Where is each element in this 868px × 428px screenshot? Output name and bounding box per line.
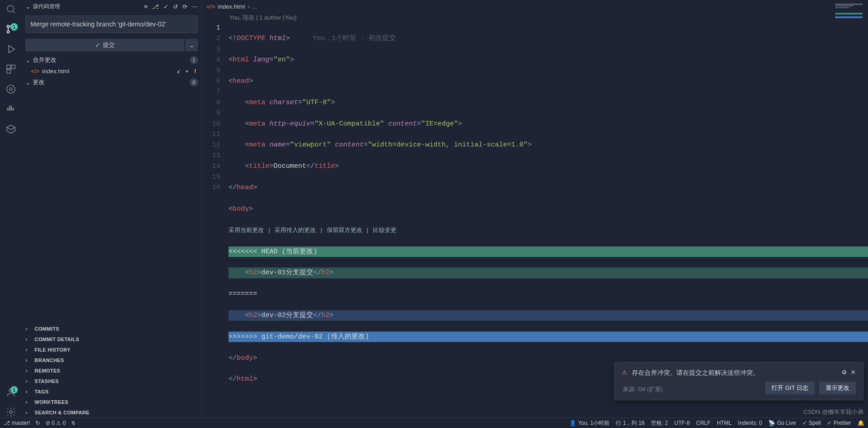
changes-section[interactable]: ⌄ 更改 0 bbox=[22, 76, 202, 88]
panel-stashes[interactable]: ›STASHES bbox=[22, 376, 202, 386]
panel-file-history[interactable]: ›FILE HISTORY bbox=[22, 344, 202, 355]
svg-line-1 bbox=[13, 11, 15, 14]
count-badge: 0 bbox=[190, 78, 198, 86]
section-label: 更改 bbox=[33, 78, 190, 86]
editor-area: </> index.html › ... You, 现在 | 1 author … bbox=[202, 0, 868, 418]
view-tree-icon[interactable]: ≡ bbox=[144, 3, 147, 10]
docker-icon[interactable] bbox=[5, 104, 16, 115]
crumb-more: ... bbox=[252, 3, 257, 10]
svg-rect-8 bbox=[7, 70, 10, 73]
toast-message: 存在合并冲突。请在提交之前解决这些冲突。 bbox=[632, 369, 837, 377]
gitlens-icon[interactable] bbox=[5, 84, 16, 95]
search-icon[interactable] bbox=[5, 4, 16, 15]
open-file-icon[interactable]: ⭹ bbox=[176, 68, 182, 75]
panel-list: ›COMMITS ›COMMIT DETAILS ›FILE HISTORY ›… bbox=[22, 323, 202, 418]
chevron-down-icon[interactable]: ⌄ bbox=[25, 3, 33, 10]
status-blame[interactable]: 👤 You, 1小时前 bbox=[569, 419, 610, 427]
svg-rect-11 bbox=[7, 108, 9, 110]
count-badge: 1 bbox=[190, 56, 198, 64]
status-spell[interactable]: ✓ Spell bbox=[802, 420, 821, 426]
html-file-icon: </> bbox=[31, 68, 40, 75]
svg-rect-19 bbox=[835, 7, 849, 8]
section-label: 合并更改 bbox=[33, 56, 190, 64]
warning-icon: ⚠ bbox=[622, 369, 627, 376]
chevron-down-icon: ⌄ bbox=[25, 57, 33, 64]
svg-rect-6 bbox=[7, 65, 10, 69]
panel-commits[interactable]: ›COMMITS bbox=[22, 323, 202, 334]
commit-message-input[interactable]: Merge remote-tracking branch 'git-demo/d… bbox=[25, 15, 198, 33]
status-port[interactable]: ↯ bbox=[71, 420, 76, 426]
line-gutter: 12345678910111213141516 bbox=[202, 23, 228, 418]
panel-search-compare[interactable]: ›SEARCH & COMPARE bbox=[22, 407, 202, 418]
svg-rect-17 bbox=[835, 4, 863, 5]
account-badge: 1 bbox=[10, 386, 18, 393]
status-prettier[interactable]: ✓ Prettier bbox=[827, 420, 851, 426]
file-name: index.html bbox=[42, 68, 173, 75]
svg-point-16 bbox=[10, 411, 12, 413]
svg-rect-20 bbox=[835, 13, 863, 15]
inline-blame: You，1小时前 · 初次提交 bbox=[313, 35, 396, 42]
show-changes-button[interactable]: 显示更改 bbox=[819, 382, 856, 394]
svg-marker-5 bbox=[9, 45, 15, 53]
status-encoding[interactable]: UTF-8 bbox=[675, 420, 690, 426]
merge-changes-section[interactable]: ⌄ 合并更改 1 bbox=[22, 54, 202, 66]
stage-icon[interactable]: + bbox=[185, 68, 189, 75]
code-editor[interactable]: 12345678910111213141516 <!DOCTYPE html>Y… bbox=[202, 23, 868, 418]
code-content[interactable]: <!DOCTYPE html>You，1小时前 · 初次提交 <html lan… bbox=[228, 23, 868, 418]
status-bell-icon[interactable]: 🔔 bbox=[858, 420, 864, 426]
svg-rect-12 bbox=[10, 108, 11, 110]
checkmark-icon[interactable]: ✓ bbox=[163, 3, 168, 10]
conflict-incoming-marker: >>>>>>> git-demo/dev-02 (传入的更改) bbox=[228, 332, 868, 342]
commit-dropdown[interactable]: ⌄ bbox=[185, 39, 198, 51]
history-icon[interactable]: ⟳ bbox=[183, 3, 188, 10]
status-eol[interactable]: CRLF bbox=[696, 420, 711, 426]
conflict-status-icon: ! bbox=[194, 68, 196, 75]
svg-point-3 bbox=[7, 31, 10, 33]
conflict-separator: ======= bbox=[228, 289, 868, 299]
statusbar: ⎇ master! ↻ ⊘ 0 ⚠ 0 ↯ 👤 You, 1小时前 行 1，列 … bbox=[0, 418, 868, 428]
activity-bar: 1 1 bbox=[0, 0, 22, 418]
package-icon[interactable] bbox=[5, 124, 16, 135]
watermark: CSDN @懒羊羊我小弟 bbox=[803, 408, 863, 416]
close-icon[interactable]: ✕ bbox=[851, 369, 856, 376]
account-icon[interactable]: 1 bbox=[5, 387, 16, 398]
status-indents[interactable]: Indents: 0 bbox=[738, 420, 762, 426]
status-problems[interactable]: ⊘ 0 ⚠ 0 bbox=[46, 420, 66, 426]
notification-toast: ⚠ 存在合并冲突。请在提交之前解决这些冲突。 ⚙ ✕ 来源: Git (扩展) … bbox=[614, 362, 863, 400]
sidebar: ⌄ 源代码管理 ≡ ⎇ ✓ ↺ ⟳ ⋯ Merge remote-trackin… bbox=[22, 0, 202, 418]
settings-gear-icon[interactable] bbox=[5, 407, 16, 418]
status-sync[interactable]: ↻ bbox=[36, 420, 40, 426]
conflict-codelens[interactable]: 采用当前更改 | 采用传入的更改 | 保留双方更改 | 比较变更 bbox=[228, 225, 868, 236]
more-icon[interactable]: ⋯ bbox=[192, 3, 198, 10]
status-golive[interactable]: 📡 Go Live bbox=[768, 420, 796, 426]
panel-worktrees[interactable]: ›WORKTREES bbox=[22, 397, 202, 407]
commit-button-label: 提交 bbox=[103, 41, 115, 49]
file-row[interactable]: </> index.html ⭹ + ! bbox=[22, 66, 202, 76]
gear-icon[interactable]: ⚙ bbox=[842, 369, 847, 376]
svg-rect-14 bbox=[10, 106, 11, 108]
status-spaces[interactable]: 空格: 2 bbox=[651, 419, 668, 427]
extensions-icon[interactable] bbox=[5, 64, 16, 75]
debug-icon[interactable] bbox=[5, 44, 16, 55]
breadcrumb[interactable]: </> index.html › ... bbox=[202, 0, 868, 13]
source-control-icon[interactable]: 1 bbox=[5, 24, 16, 35]
svg-point-2 bbox=[7, 25, 10, 28]
svg-point-9 bbox=[7, 85, 15, 93]
panel-remotes[interactable]: ›REMOTES bbox=[22, 365, 202, 376]
panel-commit-details[interactable]: ›COMMIT DETAILS bbox=[22, 334, 202, 344]
gitlens-author-line: You, 现在 | 1 author (You) bbox=[202, 13, 868, 23]
chevron-down-icon: ⌄ bbox=[25, 79, 33, 86]
refresh-icon[interactable]: ↺ bbox=[173, 3, 178, 10]
scm-badge: 1 bbox=[10, 23, 18, 30]
status-language[interactable]: HTML bbox=[717, 420, 732, 426]
branch-icon[interactable]: ⎇ bbox=[152, 3, 159, 10]
panel-tags[interactable]: ›TAGS bbox=[22, 386, 202, 397]
panel-branches[interactable]: ›BRANCHES bbox=[22, 355, 202, 365]
open-git-log-button[interactable]: 打开 GIT 日志 bbox=[765, 382, 815, 394]
status-branch[interactable]: ⎇ master! bbox=[4, 420, 30, 426]
status-cursor[interactable]: 行 1，列 16 bbox=[616, 419, 645, 427]
html-file-icon: </> bbox=[207, 3, 215, 10]
svg-point-10 bbox=[10, 88, 12, 91]
svg-rect-21 bbox=[835, 16, 863, 18]
commit-button[interactable]: ✓ 提交 bbox=[25, 39, 184, 51]
